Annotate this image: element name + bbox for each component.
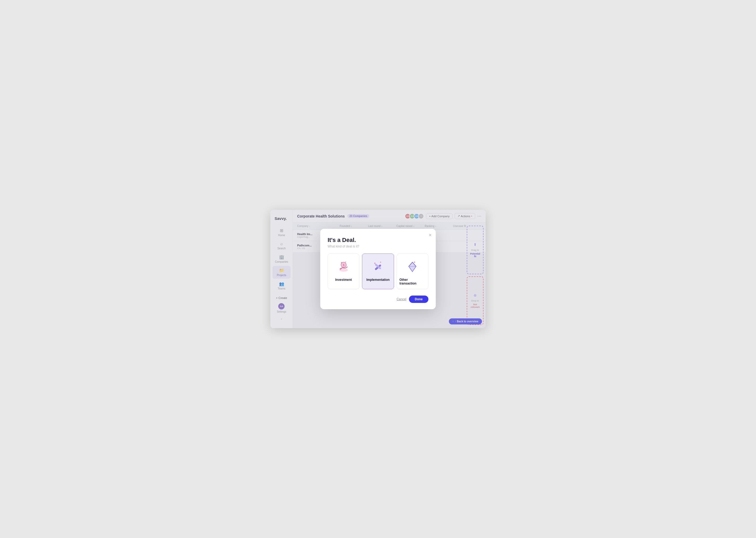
modal-subtitle: What kind of deal is it? (328, 244, 428, 248)
other-label: Other transaction (400, 278, 426, 285)
cancel-button[interactable]: Cancel (397, 297, 406, 301)
deal-option-other[interactable]: Other transaction (397, 253, 428, 289)
modal-footer: Cancel Done (328, 296, 428, 303)
deal-modal: × It's a Deal. What kind of deal is it? (320, 229, 436, 309)
deal-option-investment[interactable]: $ Investment (328, 253, 359, 289)
app-window: Savvy. ⊞ Home ⌕ Search 🏢 Companies 📁 Pro… (270, 210, 486, 328)
svg-marker-13 (409, 262, 416, 272)
svg-text:$: $ (343, 263, 344, 267)
investment-icon: $ (335, 258, 352, 275)
modal-title: It's a Deal. (328, 237, 428, 243)
done-button[interactable]: Done (409, 296, 428, 303)
deal-option-implementation[interactable]: Implementation (362, 253, 394, 289)
other-icon (404, 258, 421, 275)
implementation-label: Implementation (366, 278, 390, 282)
implementation-icon (370, 258, 386, 275)
investment-label: Investment (335, 278, 352, 282)
deal-options: $ Investment (328, 253, 428, 289)
modal-overlay: × It's a Deal. What kind of deal is it? (270, 210, 486, 328)
modal-close-button[interactable]: × (429, 233, 432, 238)
